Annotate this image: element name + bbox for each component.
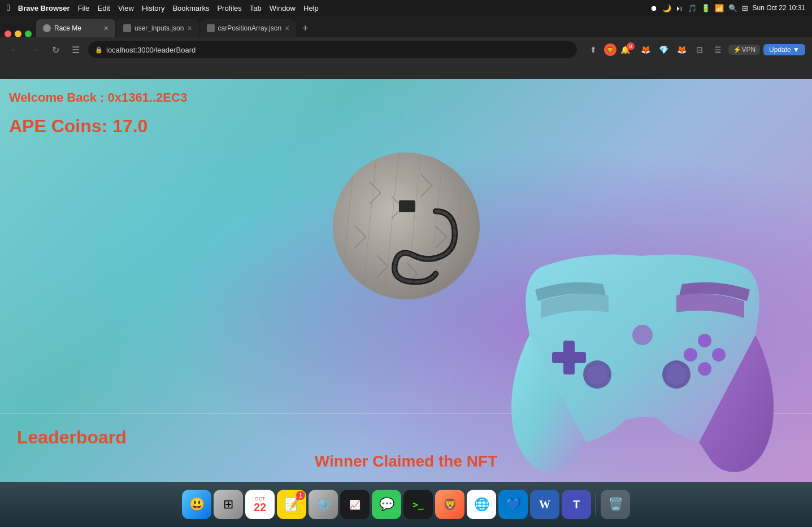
menubar-view[interactable]: View — [118, 4, 134, 12]
race-track-svg — [333, 153, 480, 299]
svg-point-17 — [632, 325, 653, 345]
menubar-help[interactable]: Help — [303, 4, 319, 12]
menubar:  Brave Browser File Edit View History B… — [0, 0, 812, 16]
forward-button[interactable]: → — [27, 42, 43, 58]
tab-favicon-user-inputs — [123, 24, 131, 32]
nft-circle-image — [333, 153, 480, 299]
tab-favicon-car-position — [207, 24, 215, 32]
traffic-lights — [5, 31, 32, 37]
refresh-button[interactable]: ↻ — [47, 42, 63, 58]
browser-chrome: Race Me × user_inputs.json × carPosition… — [0, 16, 812, 79]
address-bar[interactable]: 🔒 localhost:3000/leaderBoard — [88, 41, 577, 58]
screenrecord-icon[interactable]: ⏺ — [650, 4, 658, 12]
svg-point-10 — [712, 348, 726, 362]
calendar-day: 22 — [254, 502, 266, 513]
menubar-window[interactable]: Window — [270, 4, 296, 12]
svg-point-12 — [698, 362, 711, 376]
menubar-file[interactable]: File — [78, 4, 90, 12]
dock-vscode[interactable]: 💙 — [498, 490, 528, 519]
tab-label-car-position: carPositionArray.json — [218, 24, 282, 32]
dock-terminal[interactable]: >_ — [403, 490, 433, 519]
nav-right-buttons: ⬆ 🦁 🔔 8 🦊 💎 🦊 ⊟ ☰ ⚡VPN Update ▼ — [586, 42, 805, 57]
dock-separator — [596, 493, 596, 516]
nav-bar: ← → ↻ ☰ 🔒 localhost:3000/leaderBoard ⬆ 🦁… — [0, 37, 812, 62]
notes-badge: 1 — [296, 491, 305, 500]
dock-brave[interactable]: 🦁 — [435, 490, 464, 519]
share-icon[interactable]: ⬆ — [586, 42, 601, 57]
moon-icon[interactable]: 🌙 — [662, 4, 671, 12]
tab-close-user-inputs[interactable]: × — [187, 24, 192, 33]
tab-favicon-race-me — [43, 24, 51, 32]
dock-chrome[interactable]: 🌐 — [467, 490, 496, 519]
svg-line-6 — [472, 153, 480, 299]
battery-icon[interactable]: 🔋 — [701, 4, 710, 12]
dock-teams[interactable]: T — [562, 490, 591, 519]
minimize-button[interactable] — [15, 31, 21, 37]
back-button[interactable]: ← — [7, 42, 23, 58]
play-icon[interactable]: ⏯ — [676, 4, 683, 12]
svg-point-14 — [587, 364, 607, 385]
brave-shield-icon[interactable]: 🦁 — [604, 43, 616, 56]
tab-race-me[interactable]: Race Me × — [36, 19, 115, 37]
apple-menu-icon[interactable]:  — [7, 3, 10, 13]
menubar-items: Brave Browser File Edit View History Boo… — [18, 4, 319, 12]
sidebar-icon[interactable]: ⊟ — [692, 42, 707, 57]
leaderboard-heading: Leaderboard — [17, 427, 127, 448]
controller-illustration — [484, 222, 812, 482]
close-button[interactable] — [5, 31, 11, 37]
welcome-text: Welcome Back : 0x1361..2EC3 — [9, 90, 187, 105]
menubar-brave[interactable]: Brave Browser — [18, 4, 70, 12]
menubar-history[interactable]: History — [142, 4, 164, 12]
menubar-bookmarks[interactable]: Bookmarks — [172, 4, 209, 12]
svg-line-1 — [362, 153, 377, 299]
dock: 😃 ⊞ OCT 22 📝 1 ⚙️ 📈 💬 >_ 🦁 🌐 💙 W — [0, 482, 812, 527]
dock-launchpad[interactable]: ⊞ — [214, 490, 243, 519]
extensions-icon[interactable]: 🦊 — [638, 42, 653, 57]
svg-rect-8 — [552, 352, 586, 363]
menubar-right: ⏺ 🌙 ⏯ 🎵 🔋 📶 🔍 ⊞ Sun Oct 22 10:31 — [650, 4, 805, 12]
control-center-icon[interactable]: ⊞ — [742, 4, 748, 12]
vpn-button[interactable]: ⚡VPN — [728, 45, 760, 55]
dock-calendar[interactable]: OCT 22 — [245, 490, 275, 519]
wifi-icon[interactable]: 📶 — [715, 4, 724, 12]
tab-close-race-me[interactable]: × — [104, 24, 108, 33]
dock-notes[interactable]: 📝 1 — [277, 490, 306, 519]
clock: Sun Oct 22 10:31 — [753, 4, 805, 12]
dock-trash[interactable]: 🗑️ — [601, 490, 630, 519]
menubar-edit[interactable]: Edit — [98, 4, 110, 12]
tab-car-position[interactable]: carPositionArray.json × — [200, 19, 297, 37]
track-path — [394, 211, 455, 282]
music-icon[interactable]: 🎵 — [688, 4, 697, 12]
menubar-tab[interactable]: Tab — [250, 4, 262, 12]
track-dashed — [394, 211, 455, 282]
url-text: localhost:3000/leaderBoard — [106, 46, 196, 54]
bookmark-button[interactable]: ☰ — [68, 42, 84, 58]
tab-close-car-position[interactable]: × — [285, 24, 289, 33]
tab-label-user-inputs: user_inputs.json — [134, 24, 184, 32]
winner-claimed-text: Winner Claimed the NFT — [315, 452, 497, 471]
dock-activity-monitor[interactable]: 📈 — [340, 490, 370, 519]
svg-point-9 — [698, 334, 711, 347]
maximize-button[interactable] — [25, 31, 32, 37]
menubar-profiles[interactable]: Profiles — [217, 4, 241, 12]
dock-finder[interactable]: 😃 — [182, 490, 211, 519]
page-content: Welcome Back : 0x1361..2EC3 APE Coins: 1… — [0, 79, 812, 482]
svg-point-11 — [684, 348, 697, 362]
svg-point-16 — [666, 364, 687, 385]
content-inner: Welcome Back : 0x1361..2EC3 APE Coins: 1… — [0, 79, 812, 482]
dock-system-prefs[interactable]: ⚙️ — [309, 490, 338, 519]
ape-coins-display: APE Coins: 17.0 — [9, 116, 147, 137]
metafox-icon[interactable]: 🦊 — [674, 42, 689, 57]
brave-menu-icon[interactable]: ☰ — [710, 42, 725, 57]
tab-user-inputs[interactable]: user_inputs.json × — [116, 19, 199, 37]
update-button[interactable]: Update ▼ — [763, 44, 805, 55]
brave-wallet-icon[interactable]: 💎 — [656, 42, 671, 57]
brave-notification-icon[interactable]: 🔔 8 — [620, 42, 635, 57]
svg-line-0 — [340, 153, 355, 299]
new-tab-button[interactable]: + — [297, 20, 313, 36]
notification-badge: 8 — [627, 42, 635, 50]
search-icon[interactable]: 🔍 — [728, 4, 737, 12]
dock-word[interactable]: W — [530, 490, 559, 519]
dock-messages[interactable]: 💬 — [372, 490, 401, 519]
lock-icon: 🔒 — [95, 46, 103, 54]
